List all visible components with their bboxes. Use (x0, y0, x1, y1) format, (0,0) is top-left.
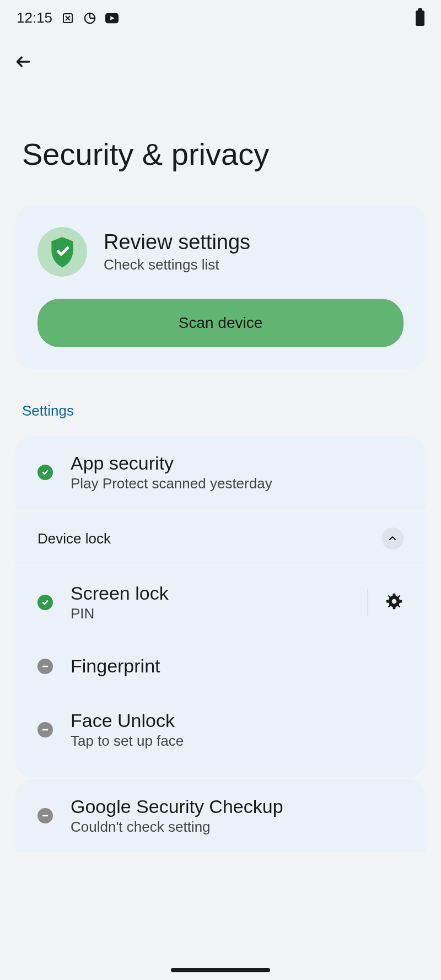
google-checkup-title: Google Security Checkup (71, 796, 404, 817)
screen-lock-subtitle: PIN (71, 605, 351, 622)
status-bar: 12:15 (0, 0, 441, 36)
status-time: 12:15 (17, 9, 52, 26)
debug-icon (61, 12, 74, 25)
screen-lock-settings-button[interactable] (385, 592, 404, 613)
review-header: Review settings Check settings list (37, 227, 404, 277)
divider (368, 589, 368, 616)
scan-device-button[interactable]: Scan device (37, 299, 404, 347)
setting-content: App security Play Protect scanned yester… (71, 453, 404, 492)
fingerprint-item[interactable]: Fingerprint (15, 639, 426, 693)
screen-lock-title: Screen lock (71, 583, 351, 604)
back-button[interactable] (0, 36, 441, 81)
app-security-title: App security (71, 453, 404, 474)
shield-badge (37, 227, 87, 277)
review-card: Review settings Check settings list Scan… (15, 205, 426, 369)
face-unlock-item[interactable]: Face Unlock Tap to set up face (15, 693, 426, 777)
device-lock-title: Device lock (37, 530, 111, 547)
minus-icon (37, 659, 53, 674)
google-checkup-subtitle: Couldn't check setting (71, 819, 404, 836)
status-left: 12:15 (17, 9, 119, 26)
google-checkup-item[interactable]: Google Security Checkup Couldn't check s… (15, 779, 426, 852)
review-subtitle: Check settings list (104, 256, 404, 273)
collapse-button[interactable] (381, 527, 404, 550)
google-checkup-card: Google Security Checkup Couldn't check s… (15, 779, 426, 852)
google-icon (83, 12, 96, 25)
battery-icon (416, 10, 424, 26)
youtube-icon (105, 12, 119, 25)
setting-content: Screen lock PIN (71, 583, 351, 622)
device-lock-header[interactable]: Device lock (15, 512, 426, 566)
screen-lock-item: Screen lock PIN (15, 566, 426, 639)
review-text: Review settings Check settings list (104, 230, 404, 273)
svg-point-3 (392, 599, 397, 604)
setting-content: Google Security Checkup Couldn't check s… (71, 796, 404, 836)
app-security-subtitle: Play Protect scanned yesterday (71, 475, 404, 492)
check-icon (37, 595, 53, 610)
shield-check-icon (49, 237, 76, 267)
app-security-item[interactable]: App security Play Protect scanned yester… (15, 436, 426, 509)
fingerprint-title: Fingerprint (71, 655, 404, 677)
gear-icon (385, 592, 404, 611)
navigation-bar[interactable] (171, 968, 270, 972)
screen-lock-main[interactable]: Screen lock PIN (37, 583, 351, 622)
setting-content: Fingerprint (71, 655, 404, 677)
setting-content: Face Unlock Tap to set up face (71, 710, 404, 750)
minus-icon (37, 808, 53, 823)
chevron-up-icon (387, 533, 398, 544)
section-header-settings: Settings (0, 369, 441, 436)
settings-card: App security Play Protect scanned yester… (15, 436, 426, 777)
face-unlock-subtitle: Tap to set up face (71, 733, 404, 750)
status-right (416, 10, 424, 26)
minus-icon (37, 722, 53, 737)
review-title: Review settings (104, 230, 404, 254)
face-unlock-title: Face Unlock (71, 710, 404, 731)
page-title: Security & privacy (0, 81, 441, 205)
check-icon (37, 465, 53, 480)
